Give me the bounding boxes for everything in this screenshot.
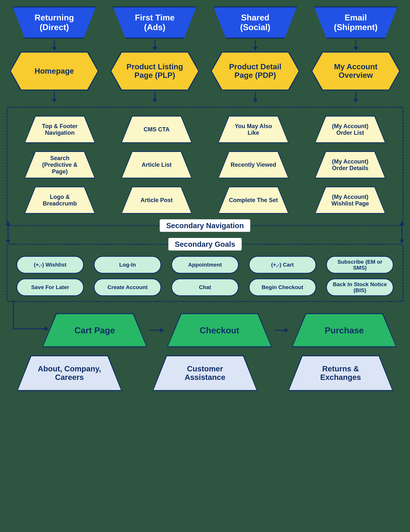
landing-plp: Product Listing Page (PLP) <box>110 52 199 91</box>
nav-item: You May Also Like <box>218 116 289 143</box>
nav-item: Search (Predictive & Page) <box>24 151 95 179</box>
landing-account: My Account Overview <box>311 52 400 91</box>
goal-pill: Log-In <box>94 256 161 274</box>
double-arrow-icon <box>400 221 404 243</box>
goal-pill: (+,-) Wishlist <box>16 256 84 274</box>
nav-item: Complete The Set <box>218 187 289 214</box>
nav-item: Recently Viewed <box>218 151 289 179</box>
flow-diagram: Returning(Direct) Homepage First Time(Ad… <box>6 6 404 391</box>
arrow-down-icon <box>253 92 258 103</box>
nav-item: Top & Footer Navigation <box>24 116 95 143</box>
arrow-down-icon <box>52 39 57 51</box>
goal-pill: Appointment <box>171 256 239 274</box>
goal-pill: (+,-) Cart <box>249 256 316 274</box>
goal-pill: Create Account <box>94 278 161 296</box>
entry-returning: Returning(Direct) <box>12 6 96 38</box>
arrow-down-icon <box>253 39 258 51</box>
arrow-right-icon <box>150 328 164 333</box>
info-returns: Returns & Exchanges <box>288 355 393 391</box>
goal-pill: Chat <box>171 278 239 296</box>
nav-item: Logo & Breadcrumb <box>24 187 95 214</box>
nav-item: (My Account) Order List <box>315 116 386 143</box>
arrow-down-icon <box>153 39 157 51</box>
arrow-right-icon <box>275 328 289 333</box>
landing-pdp: Product Detail Page (PDP) <box>211 52 300 91</box>
arrow-down-icon <box>52 92 57 103</box>
nav-item: Article Post <box>121 187 192 214</box>
conversion-flow: Cart Page Checkout Purchase <box>6 313 404 347</box>
goal-pill: Subscribe (EM or SMS) <box>326 256 394 274</box>
goal-pill: Save For Later <box>16 278 84 296</box>
secondary-goals-label: Secondary Goals <box>168 238 242 250</box>
nav-item: CMS CTA <box>121 116 192 143</box>
nav-item: (My Account) Wishlist Page <box>315 187 386 214</box>
entry-email: Email(Shipment) <box>314 6 398 38</box>
info-support: Customer Assistance <box>153 355 257 391</box>
arrow-down-icon <box>353 39 358 51</box>
goal-pill: Back In Stock Notice (BIS) <box>326 278 394 296</box>
conversion-purchase: Purchase <box>292 313 397 347</box>
info-about: About, Company, Careers <box>17 355 122 391</box>
nav-item: Article List <box>121 151 192 179</box>
entry-shared: Shared(Social) <box>213 6 297 38</box>
conversion-cart: Cart Page <box>42 313 147 347</box>
double-arrow-icon <box>6 221 10 243</box>
conversion-checkout: Checkout <box>167 313 272 347</box>
entry-first-time: First Time(Ads) <box>113 6 197 38</box>
secondary-navigation-group: Top & Footer Navigation CMS CTA You May … <box>6 107 404 226</box>
goal-pill: Begin Checkout <box>249 278 316 296</box>
entry-row: Returning(Direct) Homepage First Time(Ad… <box>6 6 404 104</box>
arrow-down-icon <box>153 92 157 103</box>
landing-homepage: Homepage <box>10 52 99 91</box>
secondary-goals-group: Secondary Goals (+,-) Wishlist Log-In Ap… <box>6 244 404 302</box>
arrow-down-icon <box>353 92 358 103</box>
nav-item: (My Account) Order Details <box>315 151 386 179</box>
info-row: About, Company, Careers Customer Assista… <box>6 355 404 391</box>
